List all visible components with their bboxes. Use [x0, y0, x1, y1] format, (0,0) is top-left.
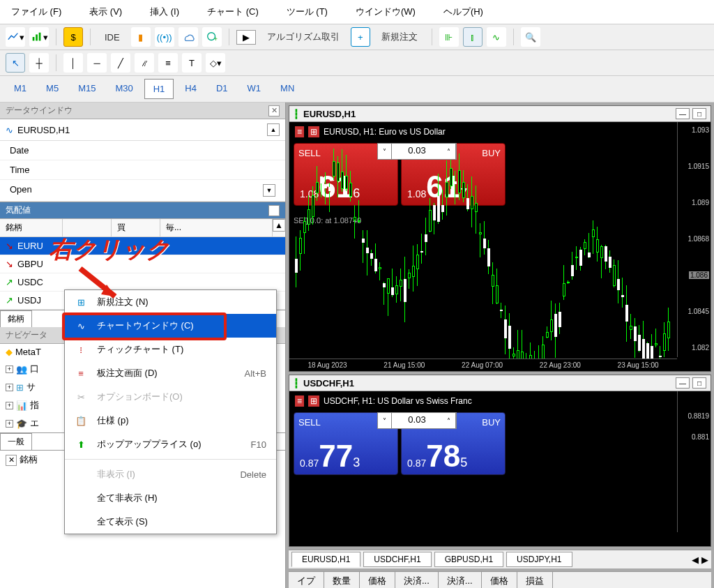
bar-chart-icon[interactable]: ⊪ [439, 27, 459, 47]
tf-m15[interactable]: M15 [70, 79, 104, 99]
tf-m5[interactable]: M5 [38, 79, 67, 99]
menu-help[interactable]: ヘルプ(H) [438, 3, 489, 21]
svg-rect-2 [38, 33, 40, 41]
lot-input[interactable]: ˅0.03˄ [377, 412, 457, 429]
hline-icon[interactable]: ─ [87, 53, 107, 73]
tf-mn[interactable]: MN [272, 79, 303, 99]
tf-d1[interactable]: D1 [208, 79, 236, 99]
shopping-bag-icon[interactable]: ▮ [131, 27, 151, 47]
close-icon[interactable]: ✕ [268, 105, 280, 116]
search-icon[interactable]: 🔍 [521, 27, 540, 47]
chart-window-eurusd: ┇ EURUSD,H1 — □ ≡⊞EURUSD, H1: Euro vs US… [289, 105, 711, 372]
bars-icon[interactable]: ▾ [29, 27, 49, 47]
scroll-up-icon[interactable]: ▲ [267, 123, 280, 136]
svg-text:+: + [213, 36, 217, 43]
line-chart-icon[interactable]: ▾ [6, 27, 25, 47]
mw-tab-symbols[interactable]: 銘柄 [0, 310, 32, 327]
maximize-icon[interactable]: □ [692, 377, 706, 389]
close-icon[interactable]: ✕ [6, 455, 17, 466]
data-window-title: データウインドウ ✕ [0, 103, 285, 119]
dw-open: Open▼ [0, 180, 285, 202]
ctx-chart-window[interactable]: ∿チャートウインドウ (C) [65, 314, 276, 338]
separator [432, 29, 432, 45]
chart-title: USDCHF,H1 [303, 378, 354, 389]
dollar-icon[interactable]: $ [63, 27, 83, 47]
scroll-left-icon[interactable]: ◀ [692, 555, 699, 565]
minimize-icon[interactable]: — [676, 377, 690, 389]
nav-tab-general[interactable]: 一般 [0, 433, 32, 450]
scroll-up-icon[interactable]: ▲ [273, 219, 285, 232]
menu-file[interactable]: ファイル (F) [6, 3, 67, 21]
scroll-down-icon[interactable]: ▼ [263, 184, 275, 197]
vline-icon[interactable]: │ [63, 53, 83, 73]
cursor-icon[interactable]: ↖ [6, 53, 25, 73]
minimize-icon[interactable]: — [676, 108, 690, 119]
menu-tools[interactable]: ツール (T) [281, 3, 333, 21]
trendline-icon[interactable]: ╱ [111, 53, 130, 73]
data-window-panel: データウインドウ ✕ ∿ EURUSD,H1 ▲ Date Time Open▼ [0, 103, 285, 202]
menu-insert[interactable]: 挿入 (I) [144, 3, 185, 21]
separator [90, 29, 91, 45]
shapes-icon[interactable]: ◇▾ [206, 53, 225, 73]
text-icon[interactable]: T [182, 53, 202, 73]
chart-tab[interactable]: USDCHF,H1 [363, 552, 431, 567]
svg-rect-1 [36, 34, 38, 40]
annotation-text: 右クリック [49, 234, 170, 266]
tf-h4[interactable]: H4 [176, 79, 205, 99]
dw-time: Time [0, 160, 285, 180]
cloud-icon[interactable] [178, 27, 198, 47]
close-icon[interactable]: ✕ [268, 205, 280, 216]
ctx-depth[interactable]: ≡板注文画面 (D)Alt+B [65, 361, 276, 385]
tf-m30[interactable]: M30 [107, 79, 141, 99]
dw-symbol: EURUSD,H1 [17, 125, 70, 135]
tf-h1[interactable]: H1 [144, 79, 174, 99]
toolbar-draw: ↖ ┼ │ ─ ╱ ⫽ ≡ T ◇▾ [0, 50, 714, 76]
chart-tabs: EURUSD,H1 USDCHF,H1 GBPUSD,H1 USDJPY,H1 … [289, 550, 711, 568]
separator [513, 29, 514, 45]
timeframe-bar: M1 M5 M15 M30 H1 H4 D1 W1 MN [0, 76, 714, 103]
line-chart2-icon[interactable]: ∿ [487, 27, 506, 47]
separator [229, 29, 229, 45]
mw-title: 気配値 ✕ [0, 202, 285, 219]
separator [56, 54, 56, 71]
tf-w1[interactable]: W1 [239, 79, 270, 99]
menu-bar: ファイル (F) 表示 (V) 挿入 (I) チャート (C) ツール (T) … [0, 0, 714, 24]
candle-icon: ┇ [294, 378, 299, 389]
candle-chart-icon[interactable]: ⫿ [463, 27, 483, 47]
globe-plus-icon[interactable]: + [202, 27, 222, 47]
ctx-option-board: ✂オプションボード(O) [65, 385, 276, 409]
signal-icon[interactable]: ((•)) [155, 27, 174, 47]
menu-view[interactable]: 表示 (V) [84, 3, 128, 21]
menu-window[interactable]: ウインドウ(W) [350, 3, 421, 21]
tf-m1[interactable]: M1 [6, 79, 35, 99]
crosshair-icon[interactable]: ┼ [29, 53, 49, 73]
maximize-icon[interactable]: □ [692, 108, 706, 119]
ctx-popup-price[interactable]: ⬆ポップアッププライス (o)F10 [65, 432, 276, 456]
annotation-arrow [73, 265, 129, 307]
context-menu: ⊞新規注文 (N) ∿チャートウインドウ (C) ⫶ティックチャート (T) ≡… [64, 289, 277, 534]
fibo-icon[interactable]: ≡ [158, 53, 178, 73]
ctx-hide-all[interactable]: 全て非表示 (H) [65, 486, 276, 510]
algo-toggle[interactable]: ▶ [236, 30, 256, 45]
chart-tab[interactable]: EURUSD,H1 [291, 552, 360, 567]
candle-icon: ┇ [294, 109, 299, 119]
ctx-show-all[interactable]: 全て表示 (S) [65, 510, 276, 534]
new-order-label[interactable]: 新規注文 [374, 28, 425, 46]
ctx-tick-chart[interactable]: ⫶ティックチャート (T) [65, 338, 276, 361]
new-order-icon[interactable]: + [351, 27, 370, 47]
chart-tab[interactable]: USDJPY,H1 [506, 552, 572, 567]
scroll-right-icon[interactable]: ▶ [701, 555, 708, 565]
separator [56, 29, 56, 45]
chart-canvas[interactable]: ≡⊞EURUSD, H1: Euro vs US Dollar SELL 1.0… [289, 122, 711, 371]
chart-tab[interactable]: GBPUSD,H1 [434, 552, 503, 567]
algo-label: アルゴリズム取引 [260, 28, 347, 46]
toolbar-main: ▾ ▾ $ IDE ▮ ((•)) + ▶ アルゴリズム取引 + 新規注文 ⊪ … [0, 24, 714, 50]
ide-button[interactable]: IDE [98, 29, 127, 45]
menu-chart[interactable]: チャート (C) [202, 3, 264, 21]
ctx-spec[interactable]: 📋仕様 (p) [65, 409, 276, 432]
channel-icon[interactable]: ⫽ [135, 53, 154, 73]
chart-canvas[interactable]: ≡⊞USDCHF, H1: US Dollar vs Swiss Franc S… [289, 391, 711, 546]
terminal-header: イプ 数量 価格 決済... 決済... 価格 損益 [289, 571, 711, 588]
chart-line-icon: ∿ [6, 125, 13, 135]
lot-input[interactable]: ˅0.03˄ [377, 143, 457, 160]
